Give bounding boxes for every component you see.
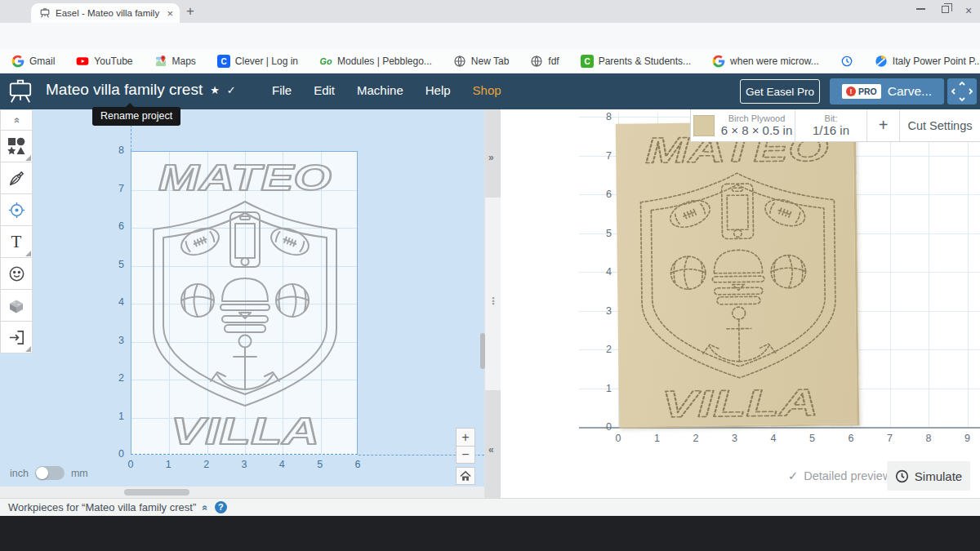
import-tool[interactable] xyxy=(0,322,33,353)
y-axis-label: 7 xyxy=(105,183,124,194)
easel-favicon-icon xyxy=(39,7,51,19)
bookmark-new-tab[interactable]: New Tab xyxy=(453,55,509,68)
carve-button[interactable]: ! PRO Carve... xyxy=(830,78,944,104)
collapse-left-icon[interactable]: « xyxy=(488,444,494,455)
preview-panel[interactable]: 0123456789012345678 Birch Plywood 6 × 8 … xyxy=(501,109,980,498)
bookmark-clever-log-in[interactable]: CClever | Log in xyxy=(217,55,298,68)
history-icon xyxy=(840,55,853,68)
pen-tool[interactable] xyxy=(0,162,33,194)
bookmark-modules-pebblego[interactable]: GoModules | Pebblego... xyxy=(319,55,432,68)
jog-arrows-button[interactable] xyxy=(947,78,977,104)
panel-divider[interactable]: » ⋮ « xyxy=(484,109,501,498)
menu-machine[interactable]: Machine xyxy=(357,83,403,97)
y-axis-label: 8 xyxy=(105,144,124,156)
bookmark-gmail[interactable]: Gmail xyxy=(11,55,55,68)
workpieces-bar[interactable]: Workpieces for “Mateo villa family crest… xyxy=(0,498,980,516)
window-close-icon[interactable]: × xyxy=(965,4,972,17)
bookmark-italy-power-point-p[interactable]: Italy Power Point P... xyxy=(875,55,980,68)
add-bit-button[interactable]: + xyxy=(867,109,900,141)
menu-shop[interactable]: Shop xyxy=(473,83,501,97)
crest-design[interactable] xyxy=(131,151,358,455)
collapse-tools-button[interactable]: » xyxy=(0,109,33,131)
zoom-in-button[interactable]: + xyxy=(456,428,475,446)
x-axis-label: 5 xyxy=(317,459,323,470)
crosshair-icon xyxy=(7,201,26,220)
favorite-star-icon[interactable]: ★ xyxy=(210,84,220,96)
y-axis-label: 1 xyxy=(105,411,124,422)
browser-toolbar: ← → ↻ easel.inventables.com/projects/p36… xyxy=(0,23,980,49)
preview-y-label: 4 xyxy=(590,266,612,278)
new-tab-button[interactable]: + xyxy=(186,3,194,20)
preview-y-label: 7 xyxy=(590,150,612,162)
x-axis-label: 2 xyxy=(203,459,209,470)
easel-logo-icon[interactable] xyxy=(7,78,34,109)
screen: Easel - Mateo villa family crest × + × ←… xyxy=(0,0,980,551)
bit-info[interactable]: Bit: 1/16 in xyxy=(795,109,867,141)
bookmark-youtube[interactable]: YouTube xyxy=(76,55,132,68)
clever-icon: C xyxy=(217,55,230,68)
bookmark-9[interactable] xyxy=(840,55,853,68)
preview-x-label: 2 xyxy=(693,433,699,444)
google-icon xyxy=(11,55,24,68)
material-info[interactable]: Birch Plywood 6 × 8 × 0.5 in xyxy=(691,109,795,141)
collapse-workpieces-icon[interactable]: « xyxy=(200,504,212,510)
horizontal-scrollbar[interactable] xyxy=(0,487,484,498)
help-icon[interactable]: ? xyxy=(215,501,227,513)
workpiece[interactable] xyxy=(131,151,358,455)
bookmark-maps[interactable]: Maps xyxy=(154,55,196,68)
drag-handle-icon[interactable]: ⋮ xyxy=(488,295,498,307)
browser-tab-strip: Easel - Mateo villa family crest × + × xyxy=(0,0,980,23)
project-title[interactable]: Mateo villa family crest ★ ✓ xyxy=(46,81,236,99)
preview-x-label: 0 xyxy=(616,433,621,444)
icons-tool[interactable] xyxy=(0,258,33,290)
text-icon: T xyxy=(7,232,26,251)
check-icon: ✓ xyxy=(788,469,798,482)
preview-x-label: 1 xyxy=(654,433,660,444)
bookmark-parents-students[interactable]: CParents & Students... xyxy=(581,55,691,68)
shapes-tool[interactable] xyxy=(0,131,33,162)
x-axis-label: 0 xyxy=(128,459,134,470)
menu-help[interactable]: Help xyxy=(425,83,451,97)
browser-tab[interactable]: Easel - Mateo villa family crest × xyxy=(31,3,180,23)
bookmark-label: Italy Power Point P... xyxy=(893,56,980,67)
simulate-button[interactable]: Simulate xyxy=(887,461,970,491)
cut-settings-button[interactable]: Cut Settings xyxy=(900,109,980,141)
inch-label: inch xyxy=(10,468,29,479)
preview-x-label: 7 xyxy=(887,433,893,444)
detailed-preview-toggle[interactable]: ✓ Detailed preview xyxy=(788,469,878,482)
preview-x-label: 9 xyxy=(964,433,970,444)
tab-title: Easel - Mateo villa family crest xyxy=(56,8,162,18)
tab-close-icon[interactable]: × xyxy=(167,7,173,20)
bookmark-label: Modules | Pebblego... xyxy=(337,56,432,67)
bookmark-fdf[interactable]: fdf xyxy=(530,55,559,68)
zoom-out-button[interactable]: − xyxy=(456,446,475,464)
saved-check-icon: ✓ xyxy=(227,84,236,96)
bookmark-label: Clever | Log in xyxy=(235,56,298,67)
text-tool[interactable]: T xyxy=(0,226,33,258)
app-menu-bar: File Edit Machine Help Shop xyxy=(272,83,501,97)
vertical-scrollbar-thumb[interactable] xyxy=(480,333,485,369)
3d-tool[interactable] xyxy=(0,290,33,322)
bookmark-when-were-microw[interactable]: when were microw... xyxy=(712,55,819,68)
globe-icon xyxy=(530,55,543,68)
origin-tool[interactable] xyxy=(0,194,33,226)
y-axis-label: 3 xyxy=(105,335,124,346)
main-area: 876543210 0123456 » T xyxy=(0,109,980,498)
expand-right-icon[interactable]: » xyxy=(488,152,494,163)
unit-switch[interactable] xyxy=(35,466,65,480)
x-axis-label: 1 xyxy=(166,459,172,470)
menu-edit[interactable]: Edit xyxy=(314,83,335,97)
scrollbar-thumb[interactable] xyxy=(124,489,189,495)
svg-text:T: T xyxy=(11,232,22,251)
preview-y-label: 1 xyxy=(590,383,612,394)
carved-board-preview[interactable] xyxy=(616,121,860,429)
menu-file[interactable]: File xyxy=(272,83,292,97)
bookmark-label: Parents & Students... xyxy=(599,56,691,67)
bookmark-label: YouTube xyxy=(94,56,132,67)
get-easel-pro-button[interactable]: Get Easel Pro xyxy=(740,79,820,104)
zoom-home-button[interactable] xyxy=(456,467,475,485)
window-restore-icon[interactable] xyxy=(942,6,949,13)
window-minimize-icon[interactable] xyxy=(916,8,925,10)
preview-y-label: 6 xyxy=(590,189,612,200)
design-canvas-panel[interactable]: 876543210 0123456 » T xyxy=(0,109,484,498)
